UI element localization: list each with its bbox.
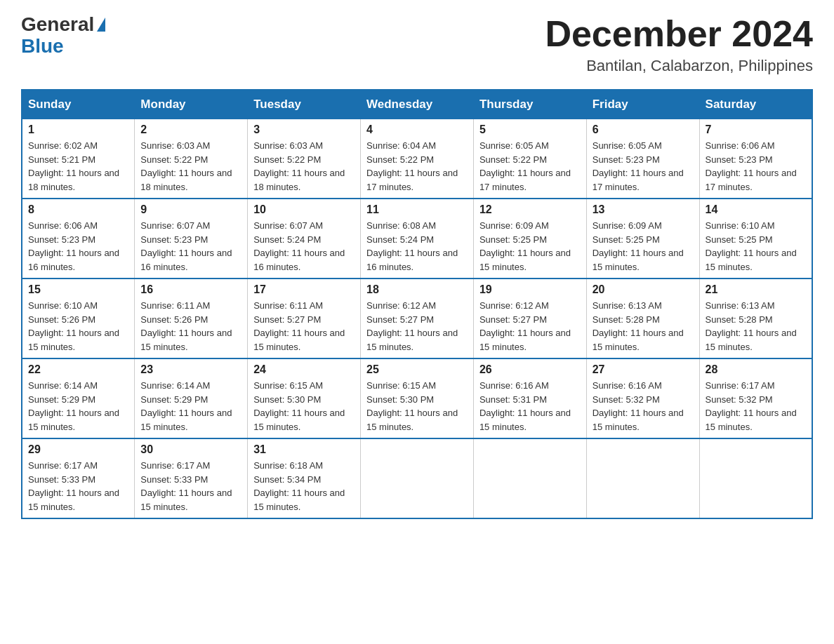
day-info: Sunrise: 6:13 AM Sunset: 5:28 PM Dayligh… bbox=[593, 299, 694, 354]
day-number: 5 bbox=[479, 123, 581, 136]
calendar-cell: 9 Sunrise: 6:07 AM Sunset: 5:23 PM Dayli… bbox=[135, 199, 248, 279]
day-info: Sunrise: 6:12 AM Sunset: 5:27 PM Dayligh… bbox=[366, 299, 468, 354]
calendar-cell: 8 Sunrise: 6:06 AM Sunset: 5:23 PM Dayli… bbox=[22, 199, 135, 279]
day-info: Sunrise: 6:11 AM Sunset: 5:26 PM Dayligh… bbox=[140, 299, 241, 354]
calendar-header-monday: Monday bbox=[135, 90, 248, 119]
calendar-header-sunday: Sunday bbox=[22, 90, 135, 119]
day-number: 17 bbox=[253, 283, 355, 296]
logo-triangle-icon bbox=[97, 18, 105, 32]
day-info: Sunrise: 6:03 AM Sunset: 5:22 PM Dayligh… bbox=[253, 139, 355, 194]
calendar-header-friday: Friday bbox=[586, 90, 699, 119]
day-number: 8 bbox=[28, 203, 128, 216]
calendar-cell: 2 Sunrise: 6:03 AM Sunset: 5:22 PM Dayli… bbox=[135, 119, 248, 199]
day-number: 18 bbox=[366, 283, 468, 296]
calendar-header-saturday: Saturday bbox=[699, 90, 812, 119]
day-info: Sunrise: 6:07 AM Sunset: 5:23 PM Dayligh… bbox=[140, 219, 241, 274]
calendar-header-row: SundayMondayTuesdayWednesdayThursdayFrid… bbox=[22, 90, 812, 119]
calendar-cell: 25 Sunrise: 6:15 AM Sunset: 5:30 PM Dayl… bbox=[361, 358, 474, 438]
day-info: Sunrise: 6:14 AM Sunset: 5:29 PM Dayligh… bbox=[140, 379, 241, 434]
month-title: December 2024 bbox=[545, 14, 813, 54]
day-number: 14 bbox=[706, 203, 806, 216]
day-info: Sunrise: 6:11 AM Sunset: 5:27 PM Dayligh… bbox=[253, 299, 355, 354]
day-number: 6 bbox=[593, 123, 694, 136]
day-number: 16 bbox=[140, 283, 241, 296]
calendar-cell: 23 Sunrise: 6:14 AM Sunset: 5:29 PM Dayl… bbox=[135, 358, 248, 438]
calendar-cell: 20 Sunrise: 6:13 AM Sunset: 5:28 PM Dayl… bbox=[586, 279, 699, 358]
day-info: Sunrise: 6:05 AM Sunset: 5:23 PM Dayligh… bbox=[593, 139, 694, 194]
calendar-cell: 26 Sunrise: 6:16 AM Sunset: 5:31 PM Dayl… bbox=[473, 358, 586, 438]
day-info: Sunrise: 6:18 AM Sunset: 5:34 PM Dayligh… bbox=[253, 459, 355, 514]
day-info: Sunrise: 6:05 AM Sunset: 5:22 PM Dayligh… bbox=[479, 139, 581, 194]
day-number: 7 bbox=[706, 123, 806, 136]
day-number: 26 bbox=[479, 363, 581, 376]
calendar-week-row: 1 Sunrise: 6:02 AM Sunset: 5:21 PM Dayli… bbox=[22, 119, 812, 199]
calendar-header-thursday: Thursday bbox=[473, 90, 586, 119]
calendar-cell: 3 Sunrise: 6:03 AM Sunset: 5:22 PM Dayli… bbox=[248, 119, 361, 199]
calendar-cell: 1 Sunrise: 6:02 AM Sunset: 5:21 PM Dayli… bbox=[22, 119, 135, 199]
calendar-cell: 24 Sunrise: 6:15 AM Sunset: 5:30 PM Dayl… bbox=[248, 358, 361, 438]
calendar-header-wednesday: Wednesday bbox=[361, 90, 474, 119]
day-number: 21 bbox=[706, 283, 806, 296]
calendar-cell: 14 Sunrise: 6:10 AM Sunset: 5:25 PM Dayl… bbox=[699, 199, 812, 279]
calendar-cell: 19 Sunrise: 6:12 AM Sunset: 5:27 PM Dayl… bbox=[473, 279, 586, 358]
calendar-week-row: 15 Sunrise: 6:10 AM Sunset: 5:26 PM Dayl… bbox=[22, 279, 812, 358]
day-info: Sunrise: 6:07 AM Sunset: 5:24 PM Dayligh… bbox=[253, 219, 355, 274]
day-number: 15 bbox=[28, 283, 128, 296]
day-info: Sunrise: 6:16 AM Sunset: 5:32 PM Dayligh… bbox=[593, 379, 694, 434]
calendar-cell: 5 Sunrise: 6:05 AM Sunset: 5:22 PM Dayli… bbox=[473, 119, 586, 199]
calendar-week-row: 8 Sunrise: 6:06 AM Sunset: 5:23 PM Dayli… bbox=[22, 199, 812, 279]
calendar-cell: 12 Sunrise: 6:09 AM Sunset: 5:25 PM Dayl… bbox=[473, 199, 586, 279]
calendar-cell: 29 Sunrise: 6:17 AM Sunset: 5:33 PM Dayl… bbox=[22, 438, 135, 518]
calendar-cell: 22 Sunrise: 6:14 AM Sunset: 5:29 PM Dayl… bbox=[22, 358, 135, 438]
calendar-cell: 27 Sunrise: 6:16 AM Sunset: 5:32 PM Dayl… bbox=[586, 358, 699, 438]
day-number: 19 bbox=[479, 283, 581, 296]
day-number: 29 bbox=[28, 443, 128, 456]
calendar-cell: 15 Sunrise: 6:10 AM Sunset: 5:26 PM Dayl… bbox=[22, 279, 135, 358]
day-number: 30 bbox=[140, 443, 241, 456]
logo-general-text: General bbox=[21, 14, 94, 36]
calendar-cell: 13 Sunrise: 6:09 AM Sunset: 5:25 PM Dayl… bbox=[586, 199, 699, 279]
day-number: 9 bbox=[140, 203, 241, 216]
day-info: Sunrise: 6:16 AM Sunset: 5:31 PM Dayligh… bbox=[479, 379, 581, 434]
day-number: 25 bbox=[366, 363, 468, 376]
day-number: 3 bbox=[253, 123, 355, 136]
day-info: Sunrise: 6:17 AM Sunset: 5:33 PM Dayligh… bbox=[28, 459, 128, 514]
calendar-cell: 16 Sunrise: 6:11 AM Sunset: 5:26 PM Dayl… bbox=[135, 279, 248, 358]
day-info: Sunrise: 6:13 AM Sunset: 5:28 PM Dayligh… bbox=[706, 299, 806, 354]
day-number: 10 bbox=[253, 203, 355, 216]
calendar-cell: 4 Sunrise: 6:04 AM Sunset: 5:22 PM Dayli… bbox=[361, 119, 474, 199]
day-info: Sunrise: 6:06 AM Sunset: 5:23 PM Dayligh… bbox=[706, 139, 806, 194]
calendar-cell: 21 Sunrise: 6:13 AM Sunset: 5:28 PM Dayl… bbox=[699, 279, 812, 358]
day-info: Sunrise: 6:10 AM Sunset: 5:25 PM Dayligh… bbox=[706, 219, 806, 274]
calendar-header-tuesday: Tuesday bbox=[248, 90, 361, 119]
calendar-cell: 30 Sunrise: 6:17 AM Sunset: 5:33 PM Dayl… bbox=[135, 438, 248, 518]
calendar-cell bbox=[473, 438, 586, 518]
day-number: 4 bbox=[366, 123, 468, 136]
day-number: 23 bbox=[140, 363, 241, 376]
day-number: 28 bbox=[706, 363, 806, 376]
day-info: Sunrise: 6:08 AM Sunset: 5:24 PM Dayligh… bbox=[366, 219, 468, 274]
day-info: Sunrise: 6:04 AM Sunset: 5:22 PM Dayligh… bbox=[366, 139, 468, 194]
day-info: Sunrise: 6:12 AM Sunset: 5:27 PM Dayligh… bbox=[479, 299, 581, 354]
calendar-cell bbox=[586, 438, 699, 518]
calendar-table: SundayMondayTuesdayWednesdayThursdayFrid… bbox=[21, 89, 813, 519]
day-number: 1 bbox=[28, 123, 128, 136]
day-number: 13 bbox=[593, 203, 694, 216]
day-info: Sunrise: 6:10 AM Sunset: 5:26 PM Dayligh… bbox=[28, 299, 128, 354]
day-number: 11 bbox=[366, 203, 468, 216]
title-section: December 2024 Bantilan, Calabarzon, Phil… bbox=[545, 14, 813, 75]
day-info: Sunrise: 6:03 AM Sunset: 5:22 PM Dayligh… bbox=[140, 139, 241, 194]
location-text: Bantilan, Calabarzon, Philippines bbox=[545, 57, 813, 75]
calendar-cell: 31 Sunrise: 6:18 AM Sunset: 5:34 PM Dayl… bbox=[248, 438, 361, 518]
day-info: Sunrise: 6:09 AM Sunset: 5:25 PM Dayligh… bbox=[479, 219, 581, 274]
calendar-week-row: 29 Sunrise: 6:17 AM Sunset: 5:33 PM Dayl… bbox=[22, 438, 812, 518]
day-info: Sunrise: 6:09 AM Sunset: 5:25 PM Dayligh… bbox=[593, 219, 694, 274]
day-number: 12 bbox=[479, 203, 581, 216]
day-number: 22 bbox=[28, 363, 128, 376]
calendar-cell: 28 Sunrise: 6:17 AM Sunset: 5:32 PM Dayl… bbox=[699, 358, 812, 438]
day-number: 24 bbox=[253, 363, 355, 376]
logo: General Blue bbox=[21, 14, 105, 58]
calendar-cell: 11 Sunrise: 6:08 AM Sunset: 5:24 PM Dayl… bbox=[361, 199, 474, 279]
day-info: Sunrise: 6:06 AM Sunset: 5:23 PM Dayligh… bbox=[28, 219, 128, 274]
day-info: Sunrise: 6:17 AM Sunset: 5:32 PM Dayligh… bbox=[706, 379, 806, 434]
